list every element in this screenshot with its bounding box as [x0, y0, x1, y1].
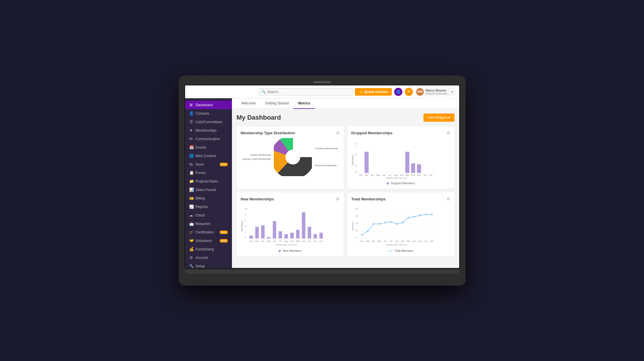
sidebar-item-events[interactable]: 📅 Events: [185, 143, 232, 152]
sidebar-item-webcontent[interactable]: 🌐 Web Content: [185, 152, 232, 160]
svg-point-77: [396, 223, 398, 225]
svg-text:Dec: Dec: [308, 240, 311, 242]
dashboard-icon: ⊞: [189, 103, 193, 107]
user-menu[interactable]: MW Marcy Weaver Marcy's Associatio... ▾: [415, 87, 455, 97]
widget-title-dropped: Dropped Memberships: [351, 131, 393, 135]
svg-text:Jun: Jun: [383, 240, 387, 242]
globe-icon[interactable]: 🌐: [394, 88, 402, 96]
svg-point-76: [390, 221, 392, 223]
svg-text:Oct: Oct: [407, 240, 410, 242]
svg-point-79: [407, 217, 409, 219]
main-content: Welcome Getting Started Metrics My Dashb…: [232, 98, 459, 268]
svg-text:Feb: Feb: [319, 240, 323, 242]
sidebar-item-dashboard[interactable]: ⊞ Dashboard: [185, 101, 232, 109]
gear-icon-total[interactable]: ⚙: [447, 197, 450, 201]
svg-rect-35: [267, 237, 270, 239]
svg-text:0: 0: [355, 237, 356, 239]
svg-text:30: 30: [355, 215, 358, 217]
svg-text:Members: Members: [351, 222, 353, 230]
lists-icon: ☰: [189, 120, 193, 124]
sidebar-item-volunteers[interactable]: 🤝 Volunteers beta: [185, 236, 232, 245]
sidebar-item-cloud[interactable]: ☁ Cloud: [185, 211, 232, 219]
bar-dropped-sep: [405, 152, 409, 173]
sidebar-item-label: Forms: [196, 171, 206, 175]
svg-text:Jul: Jul: [388, 174, 391, 176]
line-chart-total: Members 40 30 20 10 0: [351, 204, 450, 246]
sidebar-item-setup[interactable]: 🔧 Setup: [185, 262, 232, 268]
svg-point-72: [367, 231, 368, 232]
volunteers-icon: 🤝: [189, 238, 193, 243]
sidebar-item-label: Lists/Committees: [196, 120, 223, 124]
memberships-icon: ♥: [189, 128, 193, 133]
contacts-icon: 👤: [189, 111, 193, 116]
sidebar-item-lists[interactable]: ☰ Lists/Committees: [185, 118, 232, 126]
svg-text:Members: Members: [351, 154, 354, 165]
svg-text:Feb: Feb: [359, 174, 362, 176]
cloud-icon: ☁: [189, 213, 193, 217]
svg-rect-36: [273, 221, 276, 239]
tab-metrics[interactable]: Metrics: [293, 98, 315, 109]
sidebar-item-billing[interactable]: 💳 Billing: [185, 194, 232, 202]
svg-text:Sep: Sep: [401, 240, 404, 243]
svg-text:Feb: Feb: [249, 240, 253, 242]
svg-text:Members: Members: [241, 221, 243, 232]
sidebar-item-memberships[interactable]: ♥ Memberships: [185, 126, 232, 135]
notification-icon[interactable]: 🔔: [405, 88, 413, 96]
user-org: Marcy's Associatio...: [426, 92, 449, 95]
widget-total-memberships: Total Memberships ⚙ Members 40 30 20 10 …: [347, 192, 455, 257]
svg-text:Sep: Sep: [399, 174, 403, 176]
sidebar-item-communication[interactable]: ✉ Communication: [185, 135, 232, 143]
svg-text:Aug: Aug: [394, 174, 397, 176]
certification-icon: 🎓: [189, 230, 193, 234]
legend-line-total: [388, 251, 393, 251]
store-icon: 🛍: [189, 162, 193, 166]
sidebar-item-reports[interactable]: 📈 Reports: [185, 202, 232, 211]
svg-text:Aug: Aug: [395, 240, 398, 243]
svg-point-78: [402, 222, 403, 224]
svg-point-71: [361, 234, 363, 236]
sidebar-item-salesfunnel[interactable]: 📊 Sales Funnel: [185, 185, 232, 194]
svg-point-75: [384, 222, 386, 224]
svg-text:May: May: [267, 240, 271, 243]
pie-label-general: General Membership: [315, 164, 338, 168]
user-name: Marcy Weaver: [426, 89, 449, 92]
sidebar-item-label: Projects/Tasks: [196, 179, 218, 183]
search-box[interactable]: 🔍: [259, 88, 353, 95]
sidebar-item-label: Account: [196, 256, 208, 260]
sidebar-item-forms[interactable]: 📋 Forms: [185, 169, 232, 177]
gear-icon-dropped[interactable]: ⚙: [447, 130, 450, 135]
svg-rect-34: [261, 226, 264, 239]
svg-text:Nov: Nov: [412, 240, 416, 242]
svg-text:Dec: Dec: [417, 174, 421, 176]
search-input[interactable]: [267, 90, 350, 94]
sidebar-item-store[interactable]: 🛍 Store beta: [185, 160, 232, 169]
sidebar-item-fundraising[interactable]: 💰 Fundraising: [185, 245, 232, 253]
tab-getting-started[interactable]: Getting Started: [260, 98, 293, 109]
svg-rect-41: [302, 212, 305, 238]
svg-text:20: 20: [355, 222, 358, 224]
svg-text:10: 10: [355, 230, 358, 232]
gear-icon-membership[interactable]: ⚙: [336, 130, 340, 135]
sidebar-item-projects[interactable]: 📁 Projects/Tasks: [185, 177, 232, 185]
sidebar-item-account[interactable]: ⚙ Account: [185, 253, 232, 262]
tab-welcome[interactable]: Welcome: [237, 98, 261, 109]
sidebar-item-label: Store: [196, 162, 204, 166]
svg-text:Oct: Oct: [296, 240, 300, 242]
sidebar-item-label: Web Content: [196, 154, 216, 158]
gear-icon-new[interactable]: ⚙: [336, 197, 340, 201]
sidebar-item-requests[interactable]: 📩 Requests: [185, 219, 232, 228]
add-widgets-button[interactable]: Add Widgets ▾: [423, 114, 454, 122]
fundraising-icon: 💰: [189, 247, 193, 251]
quick-actions-button[interactable]: ⚡ Quick Actions: [355, 88, 392, 96]
chart-legend-total: Total Members: [351, 249, 450, 252]
sidebar-item-certification[interactable]: 🎓 Certification beta: [185, 228, 232, 236]
volunteers-badge: beta: [220, 239, 228, 243]
store-badge: beta: [220, 163, 228, 166]
svg-text:May: May: [377, 240, 381, 243]
svg-text:Jul: Jul: [390, 240, 392, 242]
legend-dot-dropped: [387, 182, 389, 185]
setup-icon: 🔧: [189, 264, 193, 268]
svg-text:Months (Jan, Feb, etc.): Months (Jan, Feb, etc.): [386, 177, 407, 179]
sidebar-item-contacts[interactable]: 👤 Contacts: [185, 109, 232, 118]
bar-chart-dropped: 3 2 1 0 Members: [351, 138, 450, 179]
